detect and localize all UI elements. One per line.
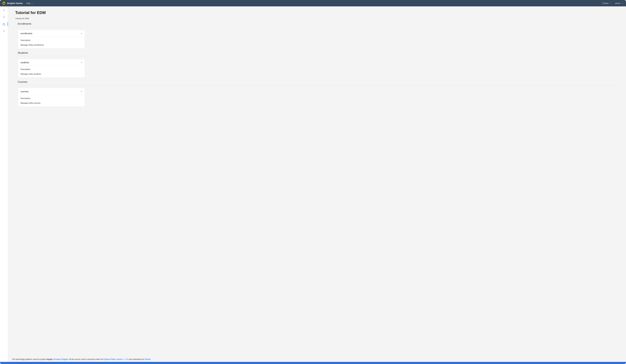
tile-header[interactable]: enrollments xyxy=(18,30,85,37)
help-menu[interactable]: Help xyxy=(25,2,34,4)
sidebar-item-2[interactable] xyxy=(1,15,7,19)
tile-description-label: Description xyxy=(21,97,82,99)
app-brand: Dirigible Tutorial xyxy=(7,2,23,4)
footer-link-github[interactable]: GitHub xyxy=(145,358,150,360)
section-students: Students students Description Manage ent… xyxy=(15,51,619,78)
footer-text-mid3: and maintained at xyxy=(128,358,145,360)
tile-description-text: Manage entity students xyxy=(21,73,82,75)
breadcrumb: Tutorial for EDM xyxy=(15,17,619,20)
topbar: Dirigible Tutorial Help Theme admin xyxy=(0,0,626,6)
tile-title: enrollments xyxy=(21,32,33,35)
main-content: Tutorial for EDM Tutorial for EDM Enroll… xyxy=(8,6,626,357)
section-title: Courses xyxy=(15,80,619,85)
tile-body: Description Manage entity courses xyxy=(18,95,85,107)
section-title: Students xyxy=(15,51,619,56)
theme-label: Theme xyxy=(602,2,608,4)
footer-text-pre: The technology platform used for project xyxy=(12,358,46,360)
chevron-right-icon xyxy=(80,91,82,93)
bottom-strip xyxy=(0,362,626,364)
footer-link-epl[interactable]: Eclipse Public License - v 2.0 xyxy=(104,358,128,360)
tile-description-text: Manage entity courses xyxy=(21,102,82,104)
app-logo-icon xyxy=(2,1,5,5)
chevron-right-icon xyxy=(80,62,82,64)
user-menu[interactable]: admin xyxy=(614,2,624,4)
chevron-down-icon xyxy=(621,2,623,4)
section-enrollments: Enrollments enrollments Description Mana… xyxy=(15,22,619,49)
tile-body: Description Manage entity students xyxy=(18,66,85,78)
footer: The technology platform used for project… xyxy=(8,357,626,362)
footer-project: mysql xyxy=(46,358,52,360)
sidebar-item-home[interactable] xyxy=(1,22,7,26)
theme-menu[interactable]: Theme xyxy=(601,2,612,4)
help-label: Help xyxy=(26,2,30,4)
tile-header[interactable]: courses xyxy=(18,88,85,95)
chevron-down-icon xyxy=(609,2,611,4)
tile-description-label: Description xyxy=(21,68,82,70)
tile-title: students xyxy=(21,61,29,64)
section-title: Enrollments xyxy=(15,22,619,27)
tile-header[interactable]: students xyxy=(18,59,85,66)
user-label: admin xyxy=(615,2,620,4)
page-title: Tutorial for EDM xyxy=(15,10,619,15)
tile-enrollments: enrollments Description Manage entity en… xyxy=(18,30,85,49)
tile-description-text: Manage entity enrollments xyxy=(21,44,82,46)
tile-body: Description Manage entity enrollments xyxy=(18,37,85,48)
tile-title: courses xyxy=(21,90,29,93)
footer-text-mid2: . All the source code is licensed under … xyxy=(68,358,104,360)
footer-text-mid1: is xyxy=(52,358,54,360)
footer-text-tail: . xyxy=(150,358,151,360)
sidebar-item-4[interactable] xyxy=(1,29,7,33)
tile-students: students Description Manage entity stude… xyxy=(18,59,85,78)
chevron-down-icon xyxy=(31,2,33,4)
footer-link-dirigible[interactable]: Eclipse Dirigible xyxy=(54,358,68,360)
tile-courses: courses Description Manage entity course… xyxy=(18,88,85,107)
tile-description-label: Description xyxy=(21,39,82,41)
section-courses: Courses courses Description Manage entit… xyxy=(15,80,619,107)
sidebar xyxy=(0,6,8,362)
sidebar-item-1[interactable] xyxy=(1,8,7,12)
chevron-right-icon xyxy=(80,33,82,34)
